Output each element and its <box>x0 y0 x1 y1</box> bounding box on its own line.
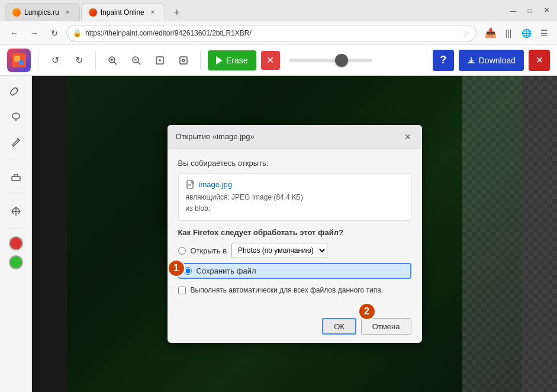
action-radio-group: Открыть в Photos (по умолчанию) Сохранит… <box>178 243 411 279</box>
color-green-button[interactable] <box>9 255 23 269</box>
marker-tool[interactable] <box>6 131 26 152</box>
left-tools-divider-3 <box>8 229 24 229</box>
minimize-button[interactable]: — <box>507 5 519 17</box>
badge-1: 1 <box>168 259 185 277</box>
save-file-row-wrapper: Сохранить файл 1 <box>178 263 411 279</box>
window-controls: — □ ✕ <box>507 5 552 17</box>
left-tools-divider-1 <box>8 159 24 159</box>
zoom-fit-button[interactable] <box>150 51 169 70</box>
bookmarks-icon[interactable]: ||| <box>501 26 516 40</box>
modal-title: Открытие «image.jpg» <box>176 132 255 141</box>
modal-header: Открытие «image.jpg» ✕ <box>168 125 422 149</box>
toolbar-separator-1 <box>38 51 38 70</box>
redo-button[interactable]: ↻ <box>69 51 88 70</box>
canvas-area: Открытие «image.jpg» ✕ Вы собираетесь от… <box>32 76 557 392</box>
title-bar: Lumpics.ru ✕ Inpaint Online ✕ + — □ ✕ <box>0 0 557 21</box>
open-app-select[interactable]: Photos (по умолчанию) <box>231 243 327 258</box>
modal-description: Вы собираетесь открыть: <box>178 159 411 168</box>
tab-inpaint-label: Inpaint Online <box>101 8 144 17</box>
svg-line-8 <box>138 62 140 65</box>
svg-rect-13 <box>180 57 187 64</box>
file-source-text: из blob: <box>186 203 404 214</box>
slider-thumb[interactable] <box>335 54 348 67</box>
app-logo <box>7 49 31 72</box>
auto-checkbox-label: Выполнять автоматически для всех файлов … <box>191 286 384 294</box>
bookmark-icon: ☆ <box>462 28 470 38</box>
auto-checkbox[interactable] <box>178 287 186 294</box>
main-area: Открытие «image.jpg» ✕ Вы собираетесь от… <box>0 76 557 392</box>
close-window-button[interactable]: ✕ <box>540 5 552 17</box>
address-bar[interactable]: 🔒 https://theinpaint.com/editor/94261360… <box>66 25 476 41</box>
zoom-out-button[interactable] <box>127 51 146 70</box>
clear-button[interactable]: ✕ <box>261 51 280 70</box>
undo-button[interactable]: ↺ <box>46 51 65 70</box>
new-tab-button[interactable]: + <box>169 4 185 21</box>
file-name-text: image.jpg <box>199 180 232 189</box>
file-type-text: являющийся: JPEG Image (84,4 КБ) <box>186 192 404 203</box>
modal-body: Вы собираетесь открыть: image.jpg являющ… <box>168 149 422 312</box>
pocket-icon[interactable]: 📥 <box>484 26 498 40</box>
app-toolbar: ↺ ↻ Erase ✕ ? Download <box>0 45 557 76</box>
auto-checkbox-row: Выполнять автоматически для всех файлов … <box>178 286 411 294</box>
lasso-tool[interactable] <box>6 107 26 127</box>
tab-inpaint-close[interactable]: ✕ <box>148 8 157 17</box>
zoom-in-button[interactable] <box>103 51 122 70</box>
modal-footer: 2 ОК Отмена <box>168 312 422 343</box>
globe-icon[interactable]: 🌐 <box>519 26 533 40</box>
erase-label: Erase <box>226 56 248 65</box>
close-app-button[interactable]: ✕ <box>529 50 550 71</box>
nav-bar: ← → ↻ 🔒 https://theinpaint.com/editor/94… <box>0 21 557 45</box>
lumpics-favicon <box>12 8 21 17</box>
cancel-button[interactable]: Отмена <box>361 318 411 335</box>
download-button[interactable]: Download <box>459 50 524 71</box>
menu-icon[interactable]: ☰ <box>537 26 551 40</box>
tab-lumpics-close[interactable]: ✕ <box>63 8 72 17</box>
svg-marker-16 <box>12 139 20 146</box>
inpaint-favicon <box>89 8 97 17</box>
brush-tool[interactable] <box>6 82 26 102</box>
svg-rect-20 <box>188 184 191 185</box>
download-label: Download <box>479 56 516 65</box>
erase-button[interactable]: Erase <box>208 50 256 70</box>
save-file-row: Сохранить файл <box>178 263 411 279</box>
svg-point-14 <box>182 59 185 62</box>
modal-close-button[interactable]: ✕ <box>402 131 414 143</box>
eraser-tool[interactable] <box>6 166 26 187</box>
file-info-box: image.jpg являющийся: JPEG Image (84,4 К… <box>178 173 411 221</box>
forward-button[interactable]: → <box>26 25 43 41</box>
svg-rect-21 <box>188 185 191 186</box>
open-in-label: Открыть в <box>191 246 227 255</box>
address-text: https://theinpaint.com/editor/942613601/… <box>85 29 459 37</box>
browser-window: Lumpics.ru ✕ Inpaint Online ✕ + — □ ✕ ← … <box>0 0 557 392</box>
tab-bar: Lumpics.ru ✕ Inpaint Online ✕ + <box>5 0 185 21</box>
toolbar-right: ? Download ✕ <box>433 50 550 71</box>
move-tool[interactable] <box>6 201 26 221</box>
back-button[interactable]: ← <box>6 25 22 41</box>
ok-button[interactable]: ОК <box>322 318 356 335</box>
zoom-actual-button[interactable] <box>174 51 193 70</box>
open-in-row: Открыть в Photos (по умолчанию) <box>178 243 411 258</box>
maximize-button[interactable]: □ <box>524 5 536 17</box>
color-red-button[interactable] <box>9 236 23 250</box>
open-file-dialog: Открытие «image.jpg» ✕ Вы собираетесь от… <box>168 125 422 343</box>
file-name-row: image.jpg <box>186 180 404 189</box>
security-icon: 🔒 <box>73 29 82 37</box>
tab-inpaint[interactable]: Inpaint Online ✕ <box>81 3 165 21</box>
tab-lumpics-label: Lumpics.ru <box>24 8 59 17</box>
brush-size-slider[interactable] <box>289 59 372 62</box>
tab-lumpics[interactable]: Lumpics.ru ✕ <box>5 3 80 21</box>
open-in-radio[interactable] <box>178 247 186 255</box>
left-tools-divider-2 <box>8 194 24 194</box>
modal-question: Как Firefox следует обработать этот файл… <box>178 228 411 237</box>
modal-overlay: Открытие «image.jpg» ✕ Вы собираетесь от… <box>32 76 557 392</box>
svg-rect-2 <box>19 60 24 65</box>
svg-point-15 <box>12 113 20 119</box>
left-tools-panel <box>0 76 32 392</box>
toolbar-separator-3 <box>200 51 201 70</box>
badge-2: 2 <box>358 303 376 320</box>
refresh-button[interactable]: ↻ <box>46 25 63 41</box>
erase-play-icon <box>216 56 223 65</box>
svg-rect-1 <box>14 56 20 62</box>
save-file-label: Сохранить файл <box>197 266 256 275</box>
help-button[interactable]: ? <box>433 50 454 71</box>
